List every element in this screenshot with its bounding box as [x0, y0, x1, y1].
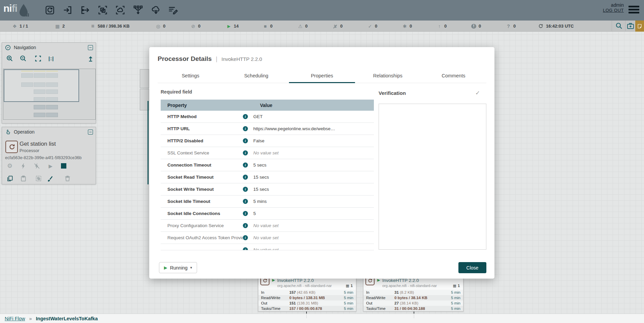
property-row: SSL Context ServiceNo value set [161, 147, 374, 159]
jump-to-flow-button[interactable] [87, 55, 95, 63]
status-item-stopped: 0 [263, 21, 272, 32]
status-item-running: 14 [226, 21, 238, 32]
group-button[interactable] [35, 175, 42, 182]
canvas-processor[interactable]: ▶ InvokeHTTP 2.2.0 org.apache.nifi - nif… [363, 273, 463, 312]
info-icon[interactable] [243, 235, 248, 240]
run-status-button[interactable]: ▶ Running ▾ [159, 262, 197, 273]
paste-button[interactable] [20, 175, 27, 182]
processor-type: InvokeHTTP 2.2.0 [382, 278, 419, 283]
nifi-app: nifi admin LOG OUT 1 / 12588 / 398.36 KB… [0, 0, 644, 323]
zoom-out-button[interactable] [20, 55, 28, 63]
processor-toolbar-icon[interactable] [44, 5, 55, 15]
status-count: 0 [479, 24, 481, 29]
global-menu-button[interactable] [629, 6, 639, 14]
start-button[interactable]: ▶ [47, 162, 54, 170]
enable-button[interactable] [20, 162, 27, 170]
property-name: Socket Idle Timeout [161, 199, 243, 204]
label-toolbar-icon[interactable] [167, 5, 178, 15]
stat-row: Read/Write0 bytes / 138.31 MB5 min [258, 295, 356, 300]
collapse-navigation-button[interactable] [88, 45, 93, 50]
stop-button[interactable] [60, 162, 67, 170]
info-icon[interactable] [243, 114, 248, 119]
value-column-header: Value [260, 103, 374, 108]
info-icon[interactable] [243, 138, 248, 143]
configure-button[interactable]: ⚙ [6, 162, 13, 170]
dialog-subtitle: InvokeHTTP 2.2.0 [221, 56, 262, 62]
status-count: 0 [340, 24, 343, 29]
compass-icon [5, 45, 11, 50]
first-aid-button[interactable] [626, 22, 635, 31]
search-button[interactable] [615, 22, 624, 31]
property-row: HTTP URLhttps://www.pegelonline.wsv.de/w… [161, 123, 374, 135]
info-icon[interactable] [243, 211, 248, 216]
color-brush-button[interactable] [46, 175, 54, 182]
zoom-actual-button[interactable]: |:| [47, 55, 55, 63]
process-group-toolbar-icon[interactable] [97, 5, 108, 15]
processor-stats: In157 (42.65 KB)5 minRead/Write0 bytes /… [258, 290, 356, 311]
breadcrumb-root-link[interactable]: NiFi Flow [5, 316, 25, 321]
breadcrumb-separator: » [29, 316, 32, 321]
operation-panel: Operation Get station list Processor ecf… [2, 127, 96, 184]
status-item-up-to-date: 0 [367, 21, 377, 32]
info-icon[interactable] [243, 163, 248, 168]
process-group-stats-icon [55, 24, 60, 29]
breadcrumb-current: IngestWaterLevelsToKafka [36, 316, 98, 321]
logout-link[interactable]: LOG OUT [603, 8, 624, 13]
property-name: Request OAuth2 Access Token Provider [161, 235, 243, 240]
info-icon[interactable] [243, 199, 248, 204]
info-icon[interactable] [243, 150, 248, 155]
property-name: Socket Read Timeout [161, 175, 243, 180]
template-download-toolbar-icon[interactable] [151, 5, 161, 15]
info-icon[interactable] [243, 247, 248, 250]
processor-type: InvokeHTTP 2.2.0 [277, 278, 314, 283]
processor-bundle: org.apache.nifi - nifi-standard-nar [277, 284, 332, 288]
title-separator: | [216, 55, 218, 63]
zoom-fit-button[interactable] [34, 55, 42, 63]
zoom-in-button[interactable] [6, 55, 14, 63]
input-port-toolbar-icon[interactable] [62, 5, 73, 15]
locally-modified-stale-icon [471, 24, 476, 29]
info-icon[interactable] [243, 126, 248, 131]
property-name: HTTP URL [161, 126, 243, 131]
status-count: 14 [234, 24, 238, 29]
property-value: 15 secs [253, 175, 374, 180]
output-port-toolbar-icon[interactable] [80, 5, 91, 15]
status-count: 0 [270, 24, 272, 29]
info-icon[interactable] [243, 175, 248, 180]
close-button[interactable]: Close [458, 262, 486, 273]
notification-palette-button[interactable] [635, 21, 644, 32]
tab-settings[interactable]: Settings [158, 69, 223, 83]
funnel-toolbar-icon[interactable] [133, 5, 143, 15]
disable-button[interactable] [33, 162, 40, 170]
info-icon[interactable] [243, 223, 248, 228]
property-row: Request OAuth2 Access Token ProviderNo v… [161, 232, 374, 244]
birdseye-minimap[interactable] [3, 69, 96, 120]
chevron-down-icon: ▾ [190, 265, 192, 270]
copy-button[interactable] [6, 175, 13, 182]
minimap-viewport[interactable] [4, 69, 79, 102]
tab-comments[interactable]: Comments [421, 69, 486, 83]
property-value: 5 [253, 211, 374, 216]
info-icon[interactable] [243, 187, 248, 192]
operation-panel-title: Operation [14, 129, 34, 135]
background-component [140, 69, 149, 88]
canvas-processor[interactable]: ▶ InvokeHTTP 2.2.0 org.apache.nifi - nif… [258, 273, 356, 312]
tab-relationships[interactable]: Relationships [355, 69, 421, 83]
property-row: Connection Timeout5 secs [161, 159, 374, 171]
tab-scheduling[interactable]: Scheduling [223, 69, 289, 83]
remote-process-group-toolbar-icon[interactable] [115, 5, 126, 15]
properties-table-header: Property Value [161, 100, 374, 111]
status-item-queued: 588 / 398.36 KB [90, 21, 130, 32]
selected-component-edge [148, 101, 149, 184]
status-count: 0 [513, 24, 516, 29]
property-value: No value set [253, 150, 374, 155]
delete-button[interactable] [64, 175, 71, 182]
verification-check-icon[interactable]: ✓ [475, 89, 480, 97]
status-count: 2 [62, 24, 65, 29]
stat-row: In31 (8.2 KB)5 min [363, 290, 463, 295]
running-status-icon: ▶ [164, 265, 167, 270]
tab-properties[interactable]: Properties [289, 69, 355, 83]
collapse-operation-button[interactable] [88, 130, 93, 135]
navigation-panel-title: Navigation [14, 45, 36, 50]
invalid-icon [298, 24, 303, 29]
